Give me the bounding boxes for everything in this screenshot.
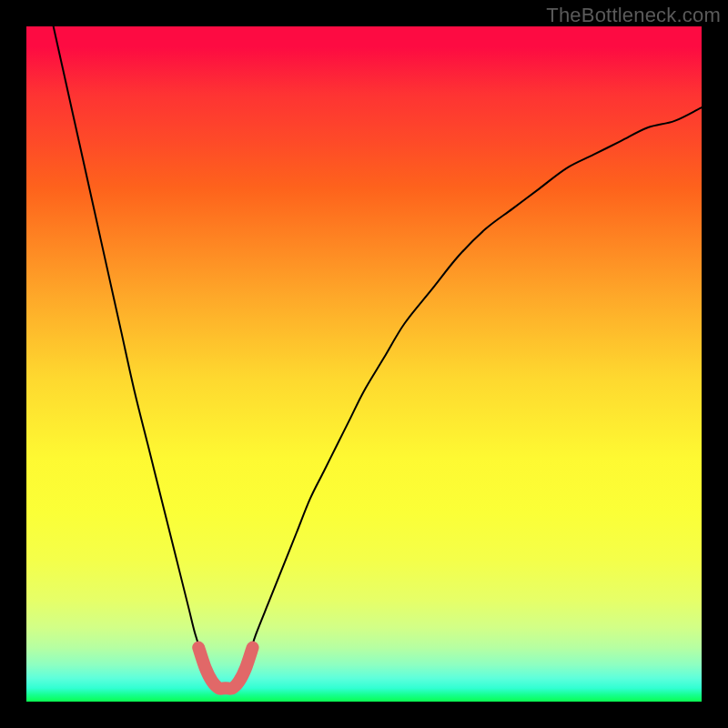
optimal-zone-highlight-line [198, 648, 252, 689]
chart-svg [26, 26, 702, 702]
chart-frame [26, 26, 702, 702]
bottleneck-curve-line [54, 26, 702, 689]
watermark-text: TheBottleneck.com [546, 4, 721, 27]
